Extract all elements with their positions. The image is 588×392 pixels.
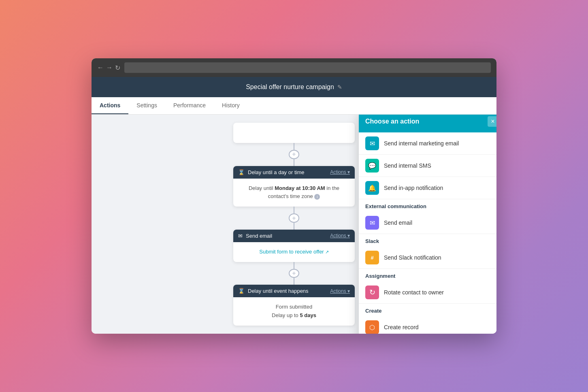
info-icon-delay[interactable]: i	[314, 194, 320, 200]
create-record-label: Create record	[384, 324, 419, 330]
card-title-email: Send email	[246, 233, 272, 239]
action-item-create-record[interactable]: ⬡ Create record	[359, 316, 496, 334]
delay-icon: ⌛	[238, 169, 245, 175]
action-item-send-inapp-notification[interactable]: 🔔 Send in-app notification	[359, 177, 496, 199]
connector-5	[294, 262, 294, 269]
send-email-label: Send email	[384, 219, 412, 226]
section-label-slack: Slack	[359, 234, 496, 247]
connector-4	[294, 223, 294, 230]
tab-history[interactable]: History	[214, 97, 248, 114]
browser-chrome: ← → ↻	[92, 58, 496, 77]
card-header-email: ✉ Send email Actions ▾	[233, 230, 355, 242]
card-header-left-event: ⌛ Delay until event happens	[238, 288, 309, 294]
rotate-contact-to-owner-icon: ↻	[365, 285, 379, 299]
action-item-send-slack-notification[interactable]: # Send Slack notification	[359, 247, 496, 269]
event-icon: ⌛	[238, 288, 245, 294]
browser-window: ← → ↻ Special offer nurture campaign ✎ A…	[92, 58, 496, 334]
create-record-icon: ⬡	[365, 320, 379, 334]
card-header-delay: ⌛ Delay until a day or time Actions ▾	[233, 166, 355, 179]
connector-1	[294, 143, 294, 150]
app-title-container: Special offer nurture campaign ✎	[246, 83, 342, 91]
refresh-button[interactable]: ↻	[115, 64, 120, 72]
partial-card-inner	[233, 123, 355, 134]
connector-3	[294, 207, 294, 213]
card-actions-email[interactable]: Actions ▾	[330, 233, 350, 239]
partial-card-top	[233, 123, 355, 143]
send-inapp-notification-label: Send in-app notification	[384, 185, 443, 191]
add-step-button-3[interactable]: +	[289, 269, 299, 278]
action-item-rotate-contact-to-owner[interactable]: ↻ Rotate contact to owner	[359, 281, 496, 304]
page-title: Special offer nurture campaign	[246, 83, 334, 91]
section-label-external: External communication	[359, 199, 496, 212]
app-content: + ⌛ Delay until a day or time Actions ▾ …	[92, 115, 496, 334]
send-internal-sms-label: Send internal SMS	[384, 162, 431, 169]
app-tabs: Actions Settings Performance History	[92, 97, 496, 115]
card-title-event: Delay until event happens	[248, 288, 309, 294]
card-delay-day-time: ⌛ Delay until a day or time Actions ▾ De…	[233, 166, 355, 207]
card-send-email: ✉ Send email Actions ▾ Submit form to re…	[233, 230, 355, 262]
tab-settings[interactable]: Settings	[128, 97, 165, 114]
section-label-create: Create	[359, 304, 496, 316]
send-email-icon: ✉	[365, 216, 379, 230]
edit-title-icon[interactable]: ✎	[337, 84, 342, 90]
back-button[interactable]: ←	[97, 64, 104, 71]
card-body-delay: Delay until Monday at 10:30 AM in the co…	[233, 179, 355, 207]
add-step-button-2[interactable]: +	[289, 213, 299, 223]
forward-button[interactable]: →	[106, 64, 113, 71]
send-slack-notification-label: Send Slack notification	[384, 254, 441, 261]
card-actions-event[interactable]: Actions ▾	[330, 288, 350, 294]
event-line1: Form submitted	[240, 303, 348, 311]
card-delay-event: ⌛ Delay until event happens Actions ▾ Fo…	[233, 285, 355, 326]
send-internal-marketing-email-label: Send internal marketing email	[384, 140, 459, 147]
connector-2	[294, 159, 294, 166]
address-bar[interactable]	[124, 62, 491, 73]
send-internal-marketing-email-icon: ✉	[365, 136, 379, 150]
tab-actions[interactable]: Actions	[92, 97, 128, 114]
add-step-button-1[interactable]: +	[289, 150, 299, 159]
card-body-email: Submit form to receive offer	[233, 242, 355, 262]
card-body-event: Form submitted Delay up to 5 days	[233, 297, 355, 326]
action-item-send-internal-marketing-email[interactable]: ✉ Send internal marketing email	[359, 132, 496, 155]
action-item-send-email[interactable]: ✉ Send email	[359, 212, 496, 234]
panel-body: ✉ Send internal marketing email 💬 Send i…	[359, 132, 496, 334]
app-header: Special offer nurture campaign ✎	[92, 77, 496, 97]
event-line2: Delay up to 5 days	[240, 311, 348, 320]
browser-nav-icons: ← → ↻	[97, 64, 120, 72]
card-title-delay: Delay until a day or time	[248, 169, 304, 175]
card-actions-delay[interactable]: Actions ▾	[330, 169, 350, 175]
email-icon: ✉	[238, 233, 243, 239]
panel-close-button[interactable]: ×	[488, 116, 496, 127]
connector-6	[294, 278, 294, 285]
send-inapp-notification-icon: 🔔	[365, 181, 379, 195]
tab-performance[interactable]: Performance	[165, 97, 214, 114]
send-internal-sms-icon: 💬	[365, 159, 379, 173]
card-header-event: ⌛ Delay until event happens Actions ▾	[233, 285, 355, 297]
action-panel: Choose an action × ✉ Send internal marke…	[359, 115, 496, 334]
card-header-left-delay: ⌛ Delay until a day or time	[238, 169, 304, 175]
send-slack-notification-icon: #	[365, 251, 379, 264]
section-label-assignment: Assignment	[359, 269, 496, 281]
panel-header: Choose an action ×	[359, 115, 496, 132]
card-header-left-email: ✉ Send email	[238, 233, 272, 239]
email-link[interactable]: Submit form to receive offer	[259, 249, 329, 255]
panel-title: Choose an action	[365, 118, 419, 125]
action-item-send-internal-sms[interactable]: 💬 Send internal SMS	[359, 155, 496, 177]
rotate-contact-to-owner-label: Rotate contact to owner	[384, 289, 444, 296]
